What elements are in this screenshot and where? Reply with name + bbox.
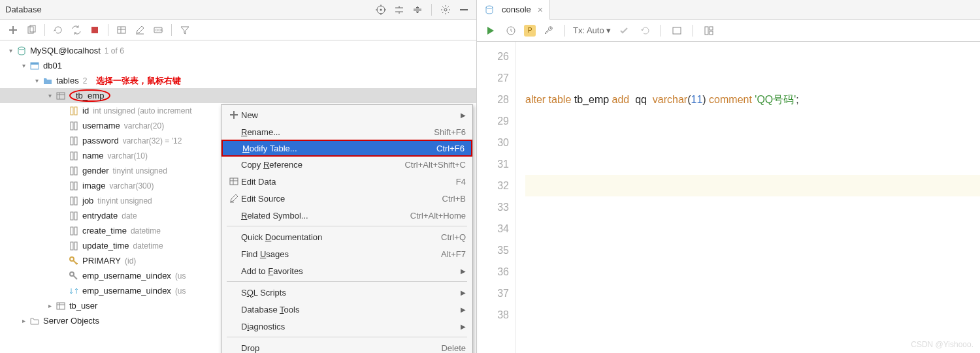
layout-icon[interactable] bbox=[701, 23, 717, 38]
code-line[interactable] bbox=[525, 46, 980, 67]
wrench-icon[interactable] bbox=[541, 23, 557, 38]
copy-icon[interactable] bbox=[24, 22, 39, 38]
pause-icon[interactable]: P bbox=[524, 25, 536, 37]
output-icon[interactable] bbox=[669, 23, 685, 38]
key-label: PRIMARY bbox=[82, 256, 121, 266]
menu-item[interactable]: Copy ReferenceCtrl+Alt+Shift+C bbox=[221, 156, 472, 173]
menu-item[interactable]: Add to Favorites▶ bbox=[221, 262, 472, 279]
svg-rect-35 bbox=[71, 197, 73, 205]
menu-item-label: Related Symbol... bbox=[241, 211, 410, 221]
database-toolbar: DDL bbox=[0, 20, 476, 40]
chevron-down-icon[interactable] bbox=[18, 62, 29, 69]
datasource-count: 1 of 6 bbox=[105, 46, 124, 55]
code-line[interactable] bbox=[525, 261, 980, 283]
column-detail: tinyint unsigned bbox=[97, 196, 152, 206]
history-icon[interactable] bbox=[503, 23, 519, 38]
line-number: 37 bbox=[477, 283, 509, 304]
code-line[interactable] bbox=[525, 175, 980, 196]
close-icon[interactable]: × bbox=[538, 5, 543, 15]
minimize-icon[interactable] bbox=[457, 3, 471, 17]
code-line[interactable] bbox=[525, 153, 980, 175]
column-label: entrydate bbox=[82, 211, 118, 221]
code-line[interactable] bbox=[525, 196, 980, 218]
editor-body[interactable]: 26272829303132333435363738 alter table t… bbox=[477, 42, 980, 353]
submenu-arrow-icon: ▶ bbox=[457, 323, 466, 330]
menu-item[interactable]: Rename...Shift+F6 bbox=[221, 123, 472, 140]
column-label: id bbox=[82, 106, 89, 115]
menu-item-label: Rename... bbox=[241, 127, 434, 137]
datasource-node[interactable]: MySQL@localhost 1 of 6 bbox=[0, 43, 476, 58]
tx-mode[interactable]: Tx: Auto ▾ bbox=[573, 25, 611, 35]
add-icon[interactable] bbox=[5, 22, 21, 38]
chevron-down-icon[interactable] bbox=[31, 77, 42, 84]
column-label: gender bbox=[82, 166, 108, 176]
separator bbox=[661, 25, 661, 37]
stop-icon[interactable] bbox=[87, 22, 103, 38]
line-number: 36 bbox=[477, 261, 509, 283]
svg-rect-20 bbox=[57, 93, 65, 99]
schema-node[interactable]: db01 bbox=[0, 58, 476, 73]
edit-icon[interactable] bbox=[132, 22, 148, 38]
code-line[interactable] bbox=[525, 218, 980, 239]
table-icon[interactable] bbox=[114, 22, 129, 38]
menu-item[interactable]: Database Tools▶ bbox=[221, 301, 472, 318]
settings-icon[interactable] bbox=[438, 3, 453, 17]
svg-point-52 bbox=[486, 6, 493, 8]
menu-item[interactable]: Related Symbol...Ctrl+Alt+Home bbox=[221, 207, 472, 224]
line-number: 31 bbox=[477, 153, 509, 175]
refresh-icon[interactable] bbox=[50, 22, 66, 38]
menu-item[interactable]: Edit SourceCtrl+B bbox=[221, 190, 472, 207]
commit-icon[interactable] bbox=[616, 23, 632, 38]
separator bbox=[171, 24, 172, 36]
column-detail: varchar(20) bbox=[124, 121, 164, 130]
rollback-icon[interactable] bbox=[637, 23, 653, 38]
run-icon[interactable] bbox=[482, 23, 498, 38]
separator bbox=[693, 25, 693, 37]
svg-rect-31 bbox=[71, 167, 73, 175]
code-line[interactable] bbox=[525, 132, 980, 153]
svg-rect-26 bbox=[74, 122, 77, 130]
code-line[interactable] bbox=[525, 283, 980, 304]
menu-item[interactable]: New▶ bbox=[221, 106, 472, 123]
tables-folder-node[interactable]: tables 2 选择一张表，鼠标右键 bbox=[0, 73, 476, 88]
annotation-text: 选择一张表，鼠标右键 bbox=[96, 75, 181, 87]
filter-icon[interactable] bbox=[177, 22, 193, 38]
chevron-right-icon[interactable] bbox=[18, 317, 29, 324]
svg-text:DDL: DDL bbox=[155, 28, 163, 32]
column-detail: varchar(10) bbox=[108, 151, 148, 161]
menu-item[interactable]: SQL Scripts▶ bbox=[221, 284, 472, 301]
code-area[interactable]: alter table tb_emp add qq varchar(11) co… bbox=[516, 42, 980, 353]
menu-item[interactable]: Modify Table...Ctrl+F6 bbox=[221, 140, 472, 157]
code-line[interactable]: alter table tb_emp add qq varchar(11) co… bbox=[525, 89, 980, 110]
target-icon[interactable] bbox=[374, 3, 388, 17]
menu-item[interactable]: Edit DataF4 bbox=[221, 173, 472, 190]
column-label: update_time bbox=[82, 241, 129, 251]
menu-item[interactable]: DropDelete bbox=[221, 339, 472, 353]
code-line[interactable] bbox=[525, 110, 980, 132]
expand-icon[interactable] bbox=[392, 3, 406, 17]
sync-icon[interactable] bbox=[69, 22, 84, 38]
column-icon bbox=[68, 120, 80, 132]
menu-item-shortcut: Shift+F6 bbox=[434, 127, 466, 137]
editor-panel: console × P Tx: Auto ▾ 26272829303132333… bbox=[477, 0, 980, 353]
menu-item[interactable]: Quick DocumentationCtrl+Q bbox=[221, 228, 472, 245]
menu-separator bbox=[227, 281, 467, 282]
tab-console[interactable]: console × bbox=[477, 0, 550, 20]
chevron-right-icon[interactable] bbox=[44, 302, 55, 309]
code-line[interactable] bbox=[525, 304, 980, 326]
svg-rect-28 bbox=[74, 137, 77, 145]
code-line[interactable] bbox=[525, 239, 980, 261]
collapse-icon[interactable] bbox=[410, 3, 425, 17]
chevron-down-icon[interactable] bbox=[44, 92, 55, 99]
ddl-icon[interactable]: DDL bbox=[150, 22, 166, 38]
menu-item[interactable]: Find UsagesAlt+F7 bbox=[221, 245, 472, 262]
chevron-down-icon[interactable] bbox=[5, 47, 16, 54]
context-menu[interactable]: New▶Rename...Shift+F6Modify Table...Ctrl… bbox=[221, 104, 473, 353]
column-icon bbox=[68, 195, 80, 207]
svg-rect-23 bbox=[71, 107, 73, 115]
column-icon bbox=[68, 225, 80, 237]
table-node-tb-emp[interactable]: tb_emp bbox=[0, 88, 476, 103]
menu-item[interactable]: Diagnostics▶ bbox=[221, 318, 472, 335]
separator bbox=[108, 24, 108, 36]
code-line[interactable] bbox=[525, 67, 980, 89]
